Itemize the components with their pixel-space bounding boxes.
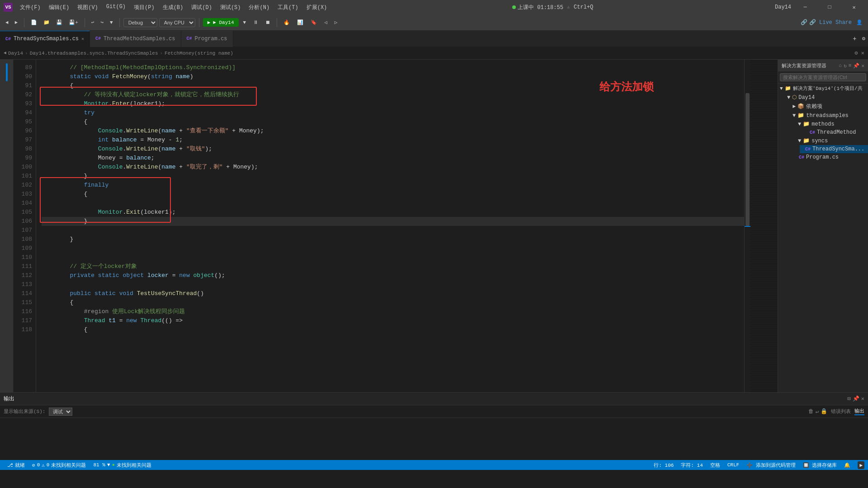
output-word-wrap-button[interactable]: ↵ (816, 408, 819, 415)
tab-settings-button[interactable]: ⚙ (859, 34, 868, 43)
title-bar: VS 文件(F) 编辑(E) 视图(V) Git(G) 项目(P) 生成(B) … (0, 0, 868, 14)
new-tab-button[interactable]: + (850, 34, 859, 43)
tree-solution[interactable]: ▼ 📁 解决方案'Day14'(1个项目/共 (778, 84, 868, 93)
redo-button[interactable]: ↪ (98, 19, 106, 26)
se-pin-button[interactable]: 📌 (853, 63, 859, 69)
stop-button[interactable]: ⏹ (263, 19, 273, 26)
status-bar: ⎇ 就绪 ⊘ 0 ⚠ 0 未找到相关问题 81 % ▼ ● 未找到相关问题 行:… (0, 460, 868, 470)
status-git[interactable]: ⎇ 就绪 (4, 462, 28, 469)
platform-dropdown[interactable]: Any CPU x64 (159, 18, 195, 27)
video-icon[interactable]: ▶ (858, 461, 864, 469)
live-share-button[interactable]: 🔗 🔗 Live Share (801, 19, 852, 26)
menu-bar[interactable]: 文件(F) 编辑(E) 视图(V) Git(G) 项目(P) 生成(B) 调试(… (16, 3, 330, 12)
status-add-source[interactable]: ➕ 添加到源代码管理 (746, 462, 796, 469)
git-branch: 就绪 (15, 462, 25, 469)
menu-analyze[interactable]: 分析(N) (245, 3, 273, 12)
bookmark-button[interactable]: 🔖 (308, 19, 320, 26)
run-button[interactable]: ▶ ► Day14 (203, 18, 239, 27)
notification-bell[interactable]: 🔔 (844, 462, 850, 468)
menu-edit[interactable]: 编辑(E) (45, 3, 73, 12)
menu-git[interactable]: Git(G) (103, 3, 129, 12)
minimize-button[interactable]: — (795, 0, 816, 14)
tree-threadmethod[interactable]: C# ThreadMethod (800, 128, 868, 136)
ln-113: 113 (14, 280, 32, 289)
se-filter-button[interactable]: ≡ (849, 63, 852, 69)
editor-pane[interactable]: 89 90 91 92 93 94 95 96 97 98 99 100 101… (14, 60, 778, 392)
tree-syncs[interactable]: ▼ 📁 syncs (794, 136, 868, 145)
output-output-tab[interactable]: 输出 (854, 408, 864, 415)
config-dropdown[interactable]: Debug Release (123, 18, 157, 27)
menu-build[interactable]: 生成(B) (159, 3, 187, 12)
status-col[interactable]: 字符: 14 (681, 462, 703, 469)
output-source-select[interactable]: 调试 输出 (49, 408, 72, 416)
output-lock-button[interactable]: 🔒 (821, 408, 827, 415)
output-error-tab[interactable]: 错误列表 (831, 408, 851, 415)
close-button[interactable]: ✕ (844, 0, 864, 14)
output-dock-button[interactable]: 📌 (853, 395, 859, 402)
se-refresh-button[interactable]: ↻ (844, 63, 847, 69)
nav-forward-button[interactable]: ▷ (332, 19, 340, 26)
menu-extensions[interactable]: 扩展(X) (303, 3, 331, 12)
solution-search-input[interactable] (780, 73, 866, 81)
git-icon: ⎇ (7, 462, 13, 468)
tab-close-0[interactable]: ✕ (81, 36, 84, 42)
se-close-button[interactable]: ✕ (861, 63, 864, 69)
output-close-button[interactable]: ✕ (861, 395, 864, 402)
output-split-button[interactable]: ⊟ (848, 395, 851, 402)
hot-reload-button[interactable]: 🔥 (281, 19, 292, 26)
redo-dropdown[interactable]: ▼ (107, 19, 116, 26)
menu-view[interactable]: 视图(V) (74, 3, 102, 12)
code-line-98: Console.WriteLine(name + "取钱"); (42, 145, 744, 154)
solution-search[interactable] (778, 71, 868, 84)
ln-111: 111 (14, 262, 32, 271)
menu-debug[interactable]: 调试(D) (188, 3, 216, 12)
tree-dependencies[interactable]: ► 📦 依赖项 (789, 102, 868, 111)
new-file-button[interactable]: 📄 (28, 19, 40, 26)
diagnostics-button[interactable]: 📊 (294, 19, 306, 26)
run-dropdown[interactable]: ▼ (241, 19, 249, 26)
menu-file[interactable]: 文件(F) (16, 3, 44, 12)
breadcrumb-method[interactable]: FetchMoney(string name) (165, 51, 233, 56)
tree-project[interactable]: ▼ ⬡ Day14 (783, 93, 868, 102)
status-encoding[interactable]: CRLF (727, 462, 739, 468)
feedback-button[interactable]: 👤 (854, 19, 865, 26)
maximize-button[interactable]: □ (819, 0, 840, 14)
save-button[interactable]: 💾 (53, 19, 65, 26)
back-button[interactable]: ◄ (3, 19, 11, 26)
menu-test[interactable]: 测试(S) (217, 3, 245, 12)
save-all-button[interactable]: 💾+ (66, 19, 81, 26)
comment-region: 使用Lock解决线程同步问题 (112, 308, 185, 315)
breadcrumb-nav-left[interactable]: ◄ (4, 51, 6, 56)
tree-threadsync-file[interactable]: C# ThreadSyncSma... (800, 145, 868, 153)
tab-threadsync[interactable]: C# ThreadSyncSmaples.cs ✕ (0, 31, 90, 47)
menu-tools[interactable]: 工具(T) (274, 3, 302, 12)
status-issues[interactable]: ⊘ 0 ⚠ 0 未找到相关问题 (28, 462, 90, 469)
status-row[interactable]: 行: 106 (654, 462, 674, 469)
nav-backward-button[interactable]: ◁ (321, 19, 330, 26)
menu-project[interactable]: 项目(P) (130, 3, 158, 12)
scrollbar-thumb[interactable] (745, 93, 750, 226)
tree-methods[interactable]: ▼ 📁 methods (794, 120, 868, 128)
tree-threadsamples[interactable]: ▼ 📁 threadsamples (789, 111, 868, 120)
breadcrumb-project[interactable]: Day14 (8, 51, 23, 56)
breadcrumb-actions[interactable]: ⚙ ✕ (854, 50, 864, 56)
ln-92: 92 (14, 90, 32, 99)
output-panel: 输出 ⊟ 📌 ✕ 显示输出来源(S): 调试 输出 🗑 ↵ 🔒 错误列表 输出 (0, 392, 868, 460)
vertical-scrollbar[interactable] (744, 60, 750, 392)
tab-program[interactable]: C# Program.cs (181, 31, 233, 47)
pause-button[interactable]: ⏸ (250, 19, 261, 26)
editor-inner: 89 90 91 92 93 94 95 96 97 98 99 100 101… (14, 60, 778, 392)
open-button[interactable]: 📁 (41, 19, 52, 26)
status-spaces[interactable]: 空格 (710, 462, 720, 469)
tree-program[interactable]: C# Program.cs (789, 153, 868, 161)
breadcrumb-class[interactable]: Day14.threadsamples.syncs.ThreadSyncSmap… (30, 51, 158, 56)
status-zoom[interactable]: 81 % ▼ ● 未找到相关问题 (90, 462, 155, 469)
se-home-button[interactable]: ⌂ (839, 63, 842, 69)
tab-threadmethod[interactable]: C# ThreadMethodSamples.cs (90, 31, 181, 47)
prog-icon: C# (799, 155, 804, 160)
status-select-repo[interactable]: 🔲 选择存储库 (803, 462, 837, 469)
output-clear-button[interactable]: 🗑 (808, 408, 814, 415)
code-content[interactable]: 给方法加锁 // [MethodImpl(MethodImplOptions.S… (36, 60, 744, 392)
forward-button[interactable]: ► (12, 19, 21, 26)
undo-button[interactable]: ↩ (89, 19, 97, 26)
